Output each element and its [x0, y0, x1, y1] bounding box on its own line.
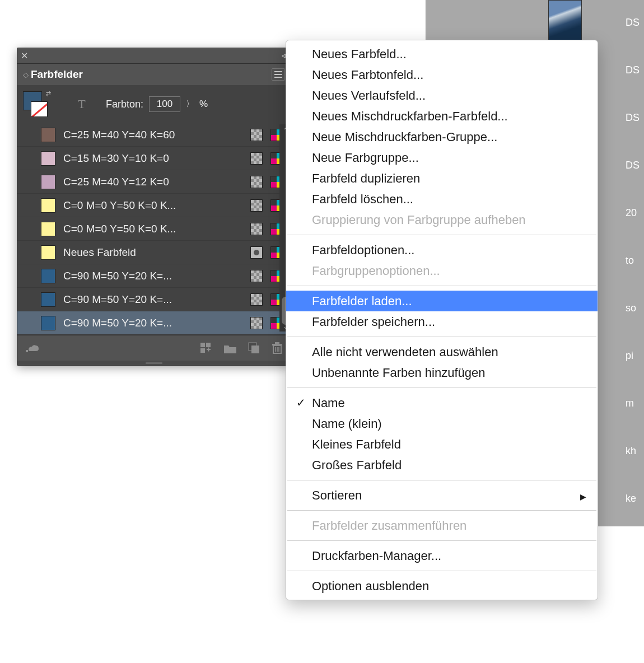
global-color-icon [250, 317, 263, 329]
menu-separator [287, 235, 596, 235]
delete-swatch-icon[interactable] [272, 342, 283, 354]
swatches-flyout-menu[interactable]: Neues Farbfeld...Neues Farbtonfeld...Neu… [286, 40, 598, 600]
menu-item[interactable]: Neues Farbfeld... [286, 44, 598, 64]
menu-item[interactable]: Farbfeldoptionen... [286, 240, 598, 260]
menu-item[interactable]: Sortieren [286, 485, 598, 506]
tab-handle-icon[interactable]: ◇ [23, 71, 29, 79]
swatch-row[interactable]: C=90 M=50 Y=20 K=... [17, 264, 291, 288]
menu-item[interactable]: Farbfelder speichern... [286, 311, 598, 332]
swatch-row[interactable]: C=25 M=40 Y=40 K=60 [17, 123, 291, 147]
swatch-name: C=25 M=40 Y=40 K=60 [63, 129, 242, 141]
new-group-icon[interactable] [223, 343, 237, 354]
menu-separator [287, 571, 596, 571]
menu-item[interactable]: Farbfelder laden... [286, 291, 598, 311]
panel-tabbar: ◇ Farbfelder [17, 64, 291, 85]
thumbnail-image[interactable] [548, 0, 582, 42]
menu-item[interactable]: Name [286, 393, 598, 413]
global-color-icon [250, 270, 263, 282]
swatch-chip [41, 222, 55, 236]
sidebar-label: so [626, 302, 640, 350]
menu-item[interactable]: Neues Verlaufsfeld... [286, 85, 598, 106]
swatch-list[interactable]: C=25 M=40 Y=40 K=60C=15 M=30 Y=10 K=0C=2… [17, 123, 291, 335]
swatch-row[interactable]: C=25 M=40 Y=12 K=0 [17, 170, 291, 194]
sidebar-label: m [626, 398, 640, 445]
swatch-name: C=90 M=50 Y=20 K=... [63, 317, 242, 329]
menu-item[interactable]: Großes Farbfeld [286, 455, 598, 475]
swatch-name: C=15 M=30 Y=10 K=0 [63, 152, 242, 165]
swatch-chip [41, 269, 55, 283]
cc-libraries-icon[interactable] [25, 343, 40, 353]
menu-item[interactable]: Farbfeld löschen... [286, 189, 598, 209]
side-labels: DSDSDSDS20tosopimkhke [626, 17, 640, 540]
swatch-name: C=25 M=40 Y=12 K=0 [63, 176, 242, 188]
menu-item: Farbfelder zusammenführen [286, 515, 598, 536]
panel-controls: ⇄ T Farbton: 〉 % [17, 85, 291, 123]
sidebar-label: DS [626, 160, 640, 207]
swatch-name: C=0 M=0 Y=50 K=0 K... [63, 199, 242, 212]
swatch-row[interactable]: C=90 M=50 Y=20 K=... [17, 311, 291, 335]
menu-item[interactable]: Neue Mischdruckfarben-Gruppe... [286, 127, 598, 147]
swatch-row[interactable]: Neues Farbfeld [17, 241, 291, 264]
svg-rect-5 [208, 347, 209, 351]
swatch-row[interactable]: C=0 M=0 Y=50 K=0 K... [17, 217, 291, 241]
global-color-icon [250, 152, 263, 165]
menu-item: Gruppierung von Farbgruppe aufheben [286, 209, 598, 230]
sidebar-label: kh [626, 445, 640, 493]
menu-item[interactable]: Neues Farbtonfeld... [286, 64, 598, 85]
swatch-name: C=90 M=50 Y=20 K=... [63, 270, 242, 282]
menu-item[interactable]: Kleines Farbfeld [286, 434, 598, 455]
menu-item[interactable]: Optionen ausblenden [286, 576, 598, 596]
tint-label: Farbton: [106, 99, 143, 110]
sidebar-label: to [626, 255, 640, 302]
menu-separator [287, 387, 596, 388]
panel-resize-grip[interactable] [17, 361, 291, 365]
swatch-chip [41, 245, 55, 260]
panel-titlebar[interactable]: ✕ << [17, 48, 291, 64]
svg-rect-3 [200, 348, 205, 353]
global-color-icon [250, 199, 263, 212]
svg-rect-7 [251, 345, 259, 353]
menu-item: Farbgruppenoptionen... [286, 260, 598, 281]
swatch-row[interactable]: C=90 M=50 Y=20 K=... [17, 288, 291, 311]
swatch-name: Neues Farbfeld [63, 246, 242, 259]
svg-rect-1 [200, 343, 205, 347]
menu-item[interactable]: Farbfeld duplizieren [286, 168, 598, 189]
swatch-row[interactable]: C=0 M=0 Y=50 K=0 K... [17, 194, 291, 217]
swatch-row[interactable]: C=15 M=30 Y=10 K=0 [17, 147, 291, 170]
formatting-text-icon[interactable]: T [74, 97, 89, 111]
swatch-chip [41, 316, 55, 330]
menu-item[interactable]: Druckfarben-Manager... [286, 545, 598, 566]
global-color-icon [250, 293, 263, 306]
fill-stroke-proxy[interactable]: ⇄ [23, 91, 49, 117]
menu-separator [287, 286, 596, 286]
panel-title[interactable]: Farbfelder [31, 68, 272, 81]
swatch-chip [41, 175, 55, 189]
formatting-container-icon[interactable] [54, 97, 69, 111]
swatches-panel: ✕ << ◇ Farbfelder ⇄ T Farbton: 〉 % C=25 … [17, 48, 291, 366]
swatch-chip [41, 128, 55, 142]
new-swatch-grid-icon[interactable] [200, 342, 212, 354]
global-color-icon [250, 223, 263, 235]
svg-rect-0 [26, 350, 28, 352]
swatch-chip [41, 198, 55, 213]
menu-separator [287, 337, 596, 337]
swatch-name: C=90 M=50 Y=20 K=... [63, 293, 242, 306]
stroke-swatch-none[interactable] [31, 101, 48, 117]
menu-separator [287, 480, 596, 480]
global-color-icon [250, 176, 263, 188]
close-icon[interactable]: ✕ [21, 50, 31, 61]
svg-rect-10 [275, 342, 279, 344]
sidebar-label: 20 [626, 207, 640, 255]
tint-input[interactable] [149, 96, 180, 112]
menu-separator [287, 510, 596, 511]
menu-item[interactable]: Neues Mischdruckfarben-Farbfeld... [286, 106, 598, 127]
menu-item[interactable]: Neue Farbgruppe... [286, 147, 598, 168]
new-swatch-icon[interactable] [248, 342, 260, 354]
menu-item[interactable]: Alle nicht verwendeten auswählen [286, 342, 598, 362]
menu-item[interactable]: Unbenannte Farben hinzufügen [286, 362, 598, 383]
tint-stepper-icon[interactable]: 〉 [186, 99, 194, 109]
swap-fill-stroke-icon[interactable]: ⇄ [46, 90, 51, 97]
menu-item[interactable]: Name (klein) [286, 413, 598, 434]
sidebar-label: DS [626, 112, 640, 160]
panel-menu-icon[interactable] [272, 68, 285, 81]
